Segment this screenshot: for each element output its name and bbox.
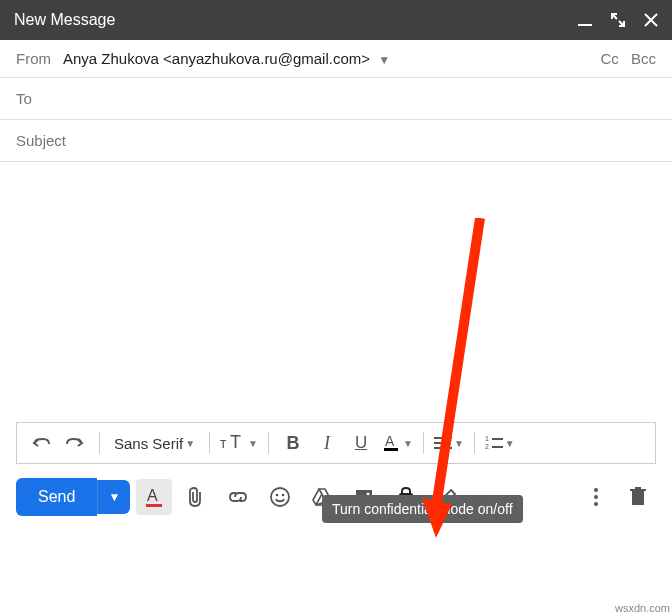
link-icon[interactable] bbox=[220, 479, 256, 515]
send-button[interactable]: Send bbox=[16, 478, 97, 516]
formatting-toolbar: Sans Serif ▼ тT ▼ B I U A ▼ ▼ 12 ▼ bbox=[16, 422, 656, 464]
svg-text:т: т bbox=[220, 435, 227, 451]
to-label: To bbox=[16, 90, 32, 107]
from-dropdown-icon[interactable]: ▼ bbox=[378, 53, 390, 67]
svg-rect-25 bbox=[630, 489, 646, 491]
bcc-button[interactable]: Bcc bbox=[631, 50, 656, 67]
subject-input[interactable] bbox=[16, 132, 656, 149]
redo-icon[interactable] bbox=[61, 429, 89, 457]
close-icon[interactable] bbox=[644, 13, 658, 27]
svg-point-23 bbox=[594, 502, 598, 506]
chevron-down-icon: ▼ bbox=[185, 438, 195, 449]
formatting-options-icon[interactable]: A bbox=[136, 479, 172, 515]
window-title: New Message bbox=[14, 11, 115, 29]
to-row[interactable]: To bbox=[0, 78, 672, 120]
from-label: From bbox=[16, 50, 51, 67]
svg-text:T: T bbox=[230, 434, 241, 452]
from-row: From Anya Zhukova <anyazhukova.ru@gmail.… bbox=[0, 40, 672, 78]
italic-button[interactable]: I bbox=[313, 429, 341, 457]
emoji-icon[interactable] bbox=[262, 479, 298, 515]
message-body[interactable] bbox=[0, 162, 672, 422]
svg-point-22 bbox=[594, 495, 598, 499]
svg-point-14 bbox=[271, 488, 289, 506]
compose-area: From Anya Zhukova <anyazhukova.ru@gmail.… bbox=[0, 40, 672, 422]
list-icon[interactable]: 12 ▼ bbox=[485, 429, 515, 457]
more-options-icon[interactable] bbox=[578, 479, 614, 515]
expand-icon[interactable] bbox=[610, 12, 626, 28]
divider bbox=[268, 432, 269, 454]
chevron-down-icon: ▼ bbox=[505, 438, 515, 449]
svg-point-21 bbox=[594, 488, 598, 492]
font-picker[interactable]: Sans Serif ▼ bbox=[110, 429, 199, 457]
underline-button[interactable]: U bbox=[347, 429, 375, 457]
svg-point-16 bbox=[282, 494, 285, 497]
svg-rect-0 bbox=[578, 24, 592, 26]
svg-text:A: A bbox=[385, 433, 395, 449]
svg-text:2: 2 bbox=[485, 443, 489, 450]
attach-icon[interactable] bbox=[178, 479, 214, 515]
window-controls bbox=[578, 12, 658, 28]
divider bbox=[474, 432, 475, 454]
svg-rect-4 bbox=[384, 448, 398, 451]
minimize-icon[interactable] bbox=[578, 13, 592, 27]
from-value[interactable]: Anya Zhukova <anyazhukova.ru@gmail.com> … bbox=[63, 50, 592, 67]
subject-row bbox=[0, 120, 672, 162]
svg-point-15 bbox=[276, 494, 279, 497]
send-options-button[interactable]: ▼ bbox=[97, 480, 130, 514]
undo-icon[interactable] bbox=[27, 429, 55, 457]
svg-rect-24 bbox=[632, 491, 644, 505]
cc-button[interactable]: Cc bbox=[600, 50, 618, 67]
svg-text:1: 1 bbox=[485, 436, 489, 442]
chevron-down-icon: ▼ bbox=[248, 438, 258, 449]
svg-text:A: A bbox=[147, 487, 158, 504]
send-button-group: Send ▼ bbox=[16, 478, 130, 516]
chevron-down-icon: ▼ bbox=[454, 438, 464, 449]
divider bbox=[209, 432, 210, 454]
watermark: wsxdn.com bbox=[615, 602, 670, 614]
font-size-icon[interactable]: тT ▼ bbox=[220, 429, 258, 457]
window-header: New Message bbox=[0, 0, 672, 40]
svg-rect-13 bbox=[146, 504, 162, 507]
trash-icon[interactable] bbox=[620, 479, 656, 515]
bold-button[interactable]: B bbox=[279, 429, 307, 457]
tooltip: Turn confidential mode on/off bbox=[322, 495, 523, 523]
chevron-down-icon: ▼ bbox=[403, 438, 413, 449]
svg-rect-26 bbox=[635, 487, 641, 489]
divider bbox=[423, 432, 424, 454]
divider bbox=[99, 432, 100, 454]
text-color-icon[interactable]: A ▼ bbox=[381, 429, 413, 457]
align-icon[interactable]: ▼ bbox=[434, 429, 464, 457]
